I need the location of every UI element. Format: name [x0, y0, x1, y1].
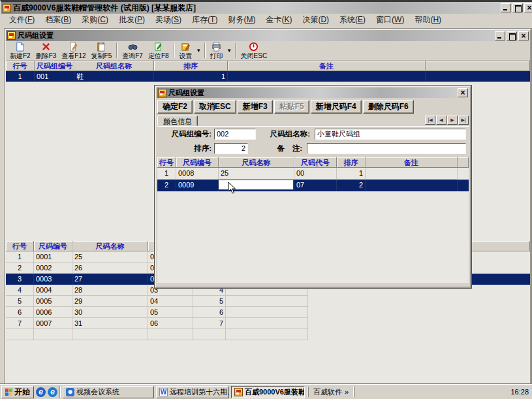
start-button[interactable]: 开始	[1, 386, 34, 398]
child-minimize-button[interactable]	[495, 31, 505, 40]
toolbar-separator	[204, 43, 206, 58]
first-record-button[interactable]: |◀	[425, 116, 435, 125]
main-titlebar[interactable]: 百威9000V6服装鞋帽管理软件 (试用版) [某某服装店] ×	[1, 2, 532, 14]
menu-item[interactable]: 档案(B)	[40, 14, 76, 26]
last-record-button[interactable]: ▶|	[458, 116, 469, 125]
sort-label: 排序:	[158, 144, 211, 153]
dialog-close-button[interactable]: ×	[458, 88, 468, 97]
taskbar-separator	[59, 386, 61, 398]
tray-icon[interactable]	[471, 388, 479, 396]
locate-button[interactable]: 定位F8	[146, 42, 172, 59]
print-button[interactable]: 打印	[208, 42, 226, 59]
next-record-button[interactable]: ▶	[447, 116, 458, 125]
table-header-row: 行号 尺码编号 尺码名称 尺码代号 排序 备注	[157, 157, 469, 168]
dialog-titlebar[interactable]: 尺码组设置 ×	[157, 88, 469, 98]
add-size-button[interactable]: 新增尺码F4	[311, 100, 362, 114]
tray-icon[interactable]	[388, 388, 397, 396]
settings-dropdown-arrow[interactable]: ▼	[195, 42, 202, 59]
windows-logo-icon	[5, 389, 12, 396]
app-icon	[234, 388, 243, 396]
delete-size-button[interactable]: 删除尺码F6	[363, 100, 414, 114]
note-label: 备 注:	[248, 144, 304, 153]
query-button[interactable]: 查询F7	[119, 42, 146, 59]
tray-icon[interactable]	[416, 388, 424, 396]
table-row-selected[interactable]: 2 0009 07 2	[157, 180, 469, 191]
tray-icon[interactable]	[425, 388, 433, 396]
menu-item[interactable]: 财务(M)	[223, 14, 260, 26]
person-icon: ☻	[66, 388, 74, 396]
ie-icon[interactable]: e	[36, 387, 46, 397]
table-row[interactable]: 1 001 鞋 1	[6, 71, 530, 82]
sort-input[interactable]: 2	[214, 143, 248, 154]
tray-icon[interactable]	[398, 388, 406, 396]
ok-button[interactable]: 确定F2	[157, 100, 193, 114]
menu-item[interactable]: 窗口(W)	[371, 14, 409, 26]
size-group-dialog: 尺码组设置 × 确定F2 取消ESC 新增F3 粘贴F5 新增尺码F4 删除尺码…	[155, 86, 471, 288]
maximize-button[interactable]	[512, 3, 523, 12]
ie-channel-icon[interactable]: e	[48, 387, 57, 397]
menu-item[interactable]: 卖场(S)	[150, 14, 187, 26]
menu-item[interactable]: 系统(E)	[334, 14, 371, 26]
menu-item[interactable]: 金卡(K)	[260, 14, 297, 26]
tray-icon[interactable]	[452, 388, 461, 396]
record-nav: |◀ ◀ ▶ ▶|	[425, 116, 469, 125]
tray-icon[interactable]	[361, 388, 369, 396]
minimize-button[interactable]	[501, 3, 511, 12]
add-button[interactable]: 新增F3	[238, 100, 273, 114]
tray-icon[interactable]	[443, 388, 452, 396]
new-button[interactable]: 新建F2	[7, 42, 33, 59]
menu-item[interactable]: 决策(D)	[297, 14, 334, 26]
child-maximize-button[interactable]	[507, 31, 517, 40]
table-row[interactable]: 1 0008 25 00 1	[157, 168, 469, 180]
child-close-button[interactable]: ×	[518, 31, 529, 40]
group-name-input[interactable]: 小童鞋尺码组	[315, 129, 466, 140]
taskbar-task-doc[interactable]: W 远程培训第十六期.do...	[156, 386, 229, 398]
tray-icon[interactable]	[407, 388, 415, 396]
view-button[interactable]: 查看F12	[59, 42, 88, 59]
group-code-input[interactable]: 002	[214, 129, 256, 140]
menu-item[interactable]: 文件(F)	[4, 14, 40, 26]
red-x-icon	[40, 42, 52, 52]
menu-item[interactable]: 库存(T)	[187, 14, 223, 26]
print-dropdown-arrow[interactable]: ▼	[226, 42, 233, 59]
toolbar-grip[interactable]	[307, 387, 309, 397]
close-button[interactable]: ×	[524, 3, 532, 12]
tray-icon[interactable]	[489, 388, 497, 396]
chevron-icon[interactable]: »	[345, 388, 349, 396]
note-input[interactable]	[307, 143, 466, 154]
taskbar-toolbar-baiwei[interactable]: 百威软件 »	[311, 387, 351, 397]
table-row[interactable]	[6, 329, 530, 340]
tray-icon[interactable]	[379, 388, 388, 396]
table-row[interactable]: 6 0006 30 05 6	[6, 307, 530, 318]
child-window-title: 尺码组设置	[18, 31, 54, 40]
table-header-row: 行号 尺码组编号 尺码组名称 排序 备注	[6, 61, 530, 71]
delete-button[interactable]: 删除F3	[33, 42, 59, 59]
toolbar-separator	[235, 43, 236, 58]
tab-color-info[interactable]: 颜色信息	[157, 116, 198, 126]
tray-icon[interactable]	[480, 388, 488, 396]
menu-item[interactable]: 帮助(H)	[409, 14, 446, 26]
dialog-button-row: 确定F2 取消ESC 新增F3 粘贴F5 新增尺码F4 删除尺码F6	[156, 99, 470, 114]
tray-grip	[353, 387, 355, 397]
settings-button[interactable]: 设置	[177, 42, 195, 59]
word-doc-icon: W	[159, 388, 168, 396]
app-icon	[158, 89, 166, 97]
cancel-button[interactable]: 取消ESC	[194, 100, 236, 114]
table-row[interactable]: 5 0005 29 04 5	[6, 296, 530, 307]
menu-item[interactable]: 采购(C)	[76, 14, 114, 26]
taskbar-task-app[interactable]: 百威9000V6服装鞋帽...	[231, 386, 305, 398]
menu-item[interactable]: 批发(P)	[114, 14, 150, 26]
copy-button[interactable]: 复制F5	[89, 42, 115, 59]
system-tray: 16:28	[361, 388, 531, 396]
tray-icon[interactable]	[434, 388, 443, 396]
tray-icon[interactable]	[370, 388, 379, 396]
prev-record-button[interactable]: ◀	[436, 116, 446, 125]
tray-icon[interactable]	[462, 388, 470, 396]
child-titlebar[interactable]: 尺码组设置 ×	[6, 30, 530, 41]
toolbar-separator	[174, 43, 175, 58]
table-row[interactable]: 7 0007 31 06 7	[6, 318, 530, 329]
close-esc-button[interactable]: 关闭ESC	[238, 42, 270, 59]
green-pencil-icon	[153, 42, 164, 52]
taskbar-task-video[interactable]: ☻ 视频会议系统	[63, 386, 154, 398]
tray-icon[interactable]	[498, 388, 507, 396]
